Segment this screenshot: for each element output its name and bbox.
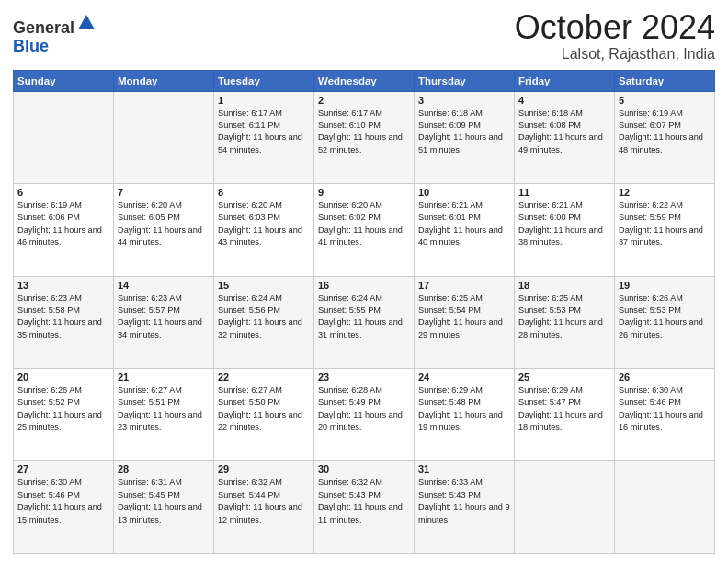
day-number: 10 [418, 187, 510, 198]
day-number: 11 [518, 187, 610, 198]
calendar-week-3: 13Sunrise: 6:23 AMSunset: 5:58 PMDayligh… [14, 276, 715, 368]
calendar-cell [615, 461, 715, 554]
day-info: Sunrise: 6:21 AMSunset: 6:01 PMDaylight:… [418, 200, 510, 248]
calendar-week-5: 27Sunrise: 6:30 AMSunset: 5:46 PMDayligh… [14, 461, 715, 554]
calendar-cell [14, 91, 114, 183]
day-number: 23 [318, 372, 410, 383]
page-container: General Blue October 2024 Lalsot, Rajast… [0, 0, 728, 563]
calendar-week-4: 20Sunrise: 6:26 AMSunset: 5:52 PMDayligh… [14, 369, 715, 461]
day-number: 2 [318, 95, 410, 106]
calendar-cell [114, 91, 214, 183]
day-number: 12 [619, 187, 711, 198]
day-info: Sunrise: 6:30 AMSunset: 5:46 PMDaylight:… [17, 477, 109, 525]
day-number: 5 [619, 95, 711, 106]
calendar-cell: 30Sunrise: 6:32 AMSunset: 5:43 PMDayligh… [314, 461, 415, 554]
day-number: 8 [218, 187, 310, 198]
calendar-cell: 20Sunrise: 6:26 AMSunset: 5:52 PMDayligh… [14, 369, 114, 461]
day-info: Sunrise: 6:26 AMSunset: 5:53 PMDaylight:… [619, 293, 711, 341]
day-number: 19 [619, 280, 711, 291]
calendar-cell: 24Sunrise: 6:29 AMSunset: 5:48 PMDayligh… [415, 369, 515, 461]
day-info: Sunrise: 6:24 AMSunset: 5:56 PMDaylight:… [218, 293, 310, 341]
day-number: 4 [518, 95, 610, 106]
day-number: 20 [17, 372, 109, 383]
calendar-cell: 29Sunrise: 6:32 AMSunset: 5:44 PMDayligh… [214, 461, 314, 554]
page-header: General Blue October 2024 Lalsot, Rajast… [13, 9, 715, 63]
title-month: October 2024 [515, 9, 715, 46]
calendar-header-row: SundayMondayTuesdayWednesdayThursdayFrid… [14, 70, 715, 91]
day-info: Sunrise: 6:21 AMSunset: 6:00 PMDaylight:… [518, 200, 610, 248]
day-number: 21 [118, 372, 210, 383]
calendar-cell: 9Sunrise: 6:20 AMSunset: 6:02 PMDaylight… [314, 184, 415, 276]
day-info: Sunrise: 6:17 AMSunset: 6:10 PMDaylight:… [318, 108, 410, 156]
day-number: 7 [118, 187, 210, 198]
calendar-cell: 28Sunrise: 6:31 AMSunset: 5:45 PMDayligh… [114, 461, 214, 554]
calendar-header-sunday: Sunday [14, 70, 114, 91]
day-number: 15 [218, 280, 310, 291]
calendar-cell: 23Sunrise: 6:28 AMSunset: 5:49 PMDayligh… [314, 369, 415, 461]
day-info: Sunrise: 6:18 AMSunset: 6:09 PMDaylight:… [418, 108, 510, 156]
title-location: Lalsot, Rajasthan, India [515, 46, 715, 63]
day-info: Sunrise: 6:20 AMSunset: 6:03 PMDaylight:… [218, 200, 310, 248]
calendar-header-tuesday: Tuesday [214, 70, 314, 91]
calendar-cell: 19Sunrise: 6:26 AMSunset: 5:53 PMDayligh… [615, 276, 715, 368]
logo-text: General Blue [13, 13, 97, 56]
calendar-week-2: 6Sunrise: 6:19 AMSunset: 6:06 PMDaylight… [14, 184, 715, 276]
calendar-cell: 17Sunrise: 6:25 AMSunset: 5:54 PMDayligh… [415, 276, 515, 368]
calendar-cell: 4Sunrise: 6:18 AMSunset: 6:08 PMDaylight… [515, 91, 615, 183]
day-info: Sunrise: 6:20 AMSunset: 6:02 PMDaylight:… [318, 200, 410, 248]
day-info: Sunrise: 6:17 AMSunset: 6:11 PMDaylight:… [218, 108, 310, 156]
day-number: 16 [318, 280, 410, 291]
calendar-cell: 27Sunrise: 6:30 AMSunset: 5:46 PMDayligh… [14, 461, 114, 554]
day-number: 14 [118, 280, 210, 291]
day-info: Sunrise: 6:29 AMSunset: 5:48 PMDaylight:… [418, 385, 510, 433]
day-info: Sunrise: 6:29 AMSunset: 5:47 PMDaylight:… [518, 385, 610, 433]
day-info: Sunrise: 6:18 AMSunset: 6:08 PMDaylight:… [518, 108, 610, 156]
calendar-header-monday: Monday [114, 70, 214, 91]
calendar-header-friday: Friday [515, 70, 615, 91]
calendar-header-wednesday: Wednesday [314, 70, 415, 91]
day-info: Sunrise: 6:20 AMSunset: 6:05 PMDaylight:… [118, 200, 210, 248]
calendar-cell: 26Sunrise: 6:30 AMSunset: 5:46 PMDayligh… [615, 369, 715, 461]
calendar-cell: 12Sunrise: 6:22 AMSunset: 5:59 PMDayligh… [615, 184, 715, 276]
day-number: 26 [619, 372, 711, 383]
day-info: Sunrise: 6:26 AMSunset: 5:52 PMDaylight:… [17, 385, 109, 433]
day-number: 9 [318, 187, 410, 198]
calendar-cell: 14Sunrise: 6:23 AMSunset: 5:57 PMDayligh… [114, 276, 214, 368]
calendar-cell: 10Sunrise: 6:21 AMSunset: 6:01 PMDayligh… [415, 184, 515, 276]
svg-marker-0 [78, 15, 95, 29]
calendar-cell: 25Sunrise: 6:29 AMSunset: 5:47 PMDayligh… [515, 369, 615, 461]
logo-icon [76, 13, 97, 33]
day-info: Sunrise: 6:24 AMSunset: 5:55 PMDaylight:… [318, 293, 410, 341]
title-block: October 2024 Lalsot, Rajasthan, India [515, 9, 715, 63]
day-number: 31 [418, 464, 510, 475]
calendar-cell: 18Sunrise: 6:25 AMSunset: 5:53 PMDayligh… [515, 276, 615, 368]
day-number: 22 [218, 372, 310, 383]
calendar-table: SundayMondayTuesdayWednesdayThursdayFrid… [13, 70, 715, 554]
calendar-header-thursday: Thursday [415, 70, 515, 91]
day-number: 30 [318, 464, 410, 475]
logo-general: General [13, 18, 74, 37]
calendar-cell: 22Sunrise: 6:27 AMSunset: 5:50 PMDayligh… [214, 369, 314, 461]
calendar-cell: 13Sunrise: 6:23 AMSunset: 5:58 PMDayligh… [14, 276, 114, 368]
day-number: 24 [418, 372, 510, 383]
calendar-cell: 6Sunrise: 6:19 AMSunset: 6:06 PMDaylight… [14, 184, 114, 276]
day-info: Sunrise: 6:23 AMSunset: 5:58 PMDaylight:… [17, 293, 109, 341]
day-info: Sunrise: 6:33 AMSunset: 5:43 PMDaylight:… [418, 477, 510, 525]
logo-blue: Blue [13, 37, 49, 55]
calendar-cell: 2Sunrise: 6:17 AMSunset: 6:10 PMDaylight… [314, 91, 415, 183]
calendar-cell: 15Sunrise: 6:24 AMSunset: 5:56 PMDayligh… [214, 276, 314, 368]
day-info: Sunrise: 6:27 AMSunset: 5:51 PMDaylight:… [118, 385, 210, 433]
day-number: 27 [17, 464, 109, 475]
day-info: Sunrise: 6:30 AMSunset: 5:46 PMDaylight:… [619, 385, 711, 433]
day-number: 28 [118, 464, 210, 475]
calendar-week-1: 1Sunrise: 6:17 AMSunset: 6:11 PMDaylight… [14, 91, 715, 183]
day-number: 29 [218, 464, 310, 475]
calendar-cell: 3Sunrise: 6:18 AMSunset: 6:09 PMDaylight… [415, 91, 515, 183]
day-number: 3 [418, 95, 510, 106]
day-number: 6 [17, 187, 109, 198]
day-info: Sunrise: 6:27 AMSunset: 5:50 PMDaylight:… [218, 385, 310, 433]
calendar-cell: 11Sunrise: 6:21 AMSunset: 6:00 PMDayligh… [515, 184, 615, 276]
day-info: Sunrise: 6:25 AMSunset: 5:53 PMDaylight:… [518, 293, 610, 341]
calendar-cell: 16Sunrise: 6:24 AMSunset: 5:55 PMDayligh… [314, 276, 415, 368]
day-number: 1 [218, 95, 310, 106]
